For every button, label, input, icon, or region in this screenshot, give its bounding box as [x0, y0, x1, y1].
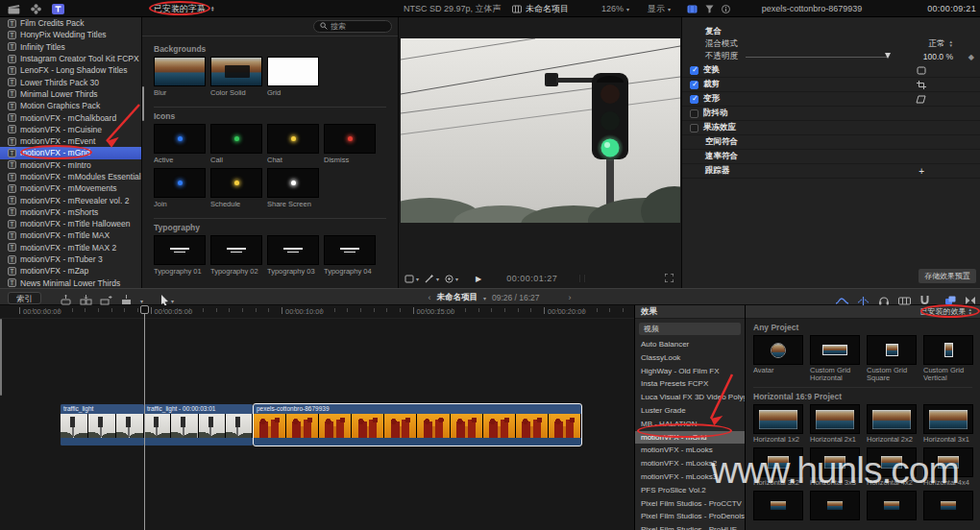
sidebar-item[interactable]: TMotion Graphics Pack	[0, 100, 141, 111]
sidebar-item[interactable]: TmotionVFX - mZap	[0, 265, 141, 277]
browser-item[interactable]: Grid	[267, 57, 319, 101]
effect-preset-item[interactable]	[753, 491, 803, 520]
effect-preset-item[interactable]: Horizontal 3x3	[810, 447, 860, 491]
sidebar-item[interactable]: THonyPix Wedding Titles	[0, 29, 141, 40]
effects-category-video[interactable]: 视频	[639, 323, 741, 335]
effects-list-item[interactable]: MB - HALATION	[635, 418, 745, 431]
effects-list-item[interactable]: motionVFX - mLooks3	[635, 470, 745, 484]
effect-preset-item[interactable]: Horizontal 2x1	[810, 404, 860, 447]
play-button[interactable]: ▶	[476, 275, 481, 283]
distort-icon[interactable]	[916, 95, 926, 104]
media-library-icon[interactable]	[4, 0, 23, 17]
effect-preset-thumbnail[interactable]	[810, 404, 860, 434]
viewer-display-menu[interactable]: 显示▾	[648, 0, 671, 17]
effect-preset-item[interactable]	[810, 491, 860, 520]
effect-preset-item[interactable]: Horizontal 3x2	[753, 447, 803, 491]
checkbox[interactable]	[690, 109, 698, 118]
browser-item[interactable]: Share Screen	[267, 168, 319, 212]
effect-preset-thumbnail[interactable]	[923, 491, 973, 520]
effects-list-item[interactable]: ClassyLook	[635, 351, 745, 365]
prev-project-arrow[interactable]: ‹	[428, 293, 430, 302]
browser-item[interactable]: Chat	[267, 124, 319, 168]
sidebar-item[interactable]: TmotionVFX - mIntro	[0, 159, 141, 171]
effect-preset-item[interactable]: Horizontal 4x4	[923, 447, 973, 491]
effect-preset-item[interactable]: Horizontal 2x2	[867, 404, 917, 447]
effects-list-item[interactable]: Insta Presets FCPX	[635, 377, 745, 391]
titles-generators-icon[interactable]	[48, 0, 67, 17]
sidebar-item[interactable]: TNews Minimal Lower Thirds	[0, 277, 141, 288]
checkbox[interactable]	[690, 66, 698, 75]
checkbox[interactable]	[690, 124, 698, 132]
timeline-clip[interactable]: traffic_light - 00:00:03:01	[144, 404, 253, 446]
timeline-clip[interactable]: pexels-cottonbro-8679939	[254, 404, 581, 446]
browser-item[interactable]: Typography 03	[267, 235, 319, 279]
browser-item-thumbnail[interactable]	[154, 124, 206, 154]
sidebar-item[interactable]: TmotionVFX - mTitle Halloween	[0, 218, 141, 229]
crop-icon[interactable]	[917, 81, 926, 89]
browser-item[interactable]: Dismiss	[324, 124, 376, 168]
playhead-line[interactable]	[144, 305, 145, 530]
browser-item[interactable]: Call	[210, 124, 262, 168]
transform-tool-dropdown[interactable]: ▾	[404, 275, 419, 283]
browser-item-thumbnail[interactable]	[267, 57, 319, 86]
effects-list-item[interactable]: HighWay - Old Film FX	[635, 365, 745, 378]
sidebar-item[interactable]: TInfinity Titles	[0, 41, 141, 53]
effects-list-item[interactable]: Pixel Film Studios - ProHUE	[635, 523, 745, 530]
effect-preset-thumbnail[interactable]	[810, 447, 860, 477]
effect-preset-item[interactable]: Horizontal 3x1	[923, 404, 973, 447]
browser-item-thumbnail[interactable]	[210, 57, 262, 86]
video-inspector-icon[interactable]	[684, 0, 699, 17]
timeline-scrollbar[interactable]	[0, 319, 2, 396]
timeline-ruler[interactable]: 00:00:00:0000:00:05:0000:00:10:0000:00:1…	[0, 305, 634, 319]
effect-preset-thumbnail[interactable]	[753, 447, 803, 477]
sidebar-scrollbar[interactable]	[142, 86, 144, 121]
browser-item[interactable]: Schedule	[210, 168, 262, 212]
timeline-clip[interactable]: traffic_light	[61, 404, 144, 446]
checkbox[interactable]	[690, 95, 698, 104]
browser-item-thumbnail[interactable]	[267, 235, 319, 265]
effect-preset-thumbnail[interactable]	[810, 491, 860, 520]
browser-item[interactable]: Active	[154, 124, 206, 168]
sidebar-item[interactable]: TmotionVFX - mMovements	[0, 182, 141, 194]
sidebar-item[interactable]: TmotionVFX - mRevealer vol. 2	[0, 194, 141, 205]
sidebar-item[interactable]: TInstagram Creator Tool Kit FCPX	[0, 53, 141, 64]
sidebar-item[interactable]: TmotionVFX - mEvent	[0, 135, 141, 147]
add-tracker-button[interactable]: +	[919, 166, 924, 177]
timeline-panel[interactable]: 00:00:00:0000:00:05:0000:00:10:0000:00:1…	[0, 305, 634, 530]
effects-filter-dropdown[interactable]: 已安装的效果 ▲▼	[746, 305, 980, 319]
sidebar-item[interactable]: TmotionVFX - mTitle MAX	[0, 229, 141, 241]
browser-item-thumbnail[interactable]	[154, 57, 206, 86]
playhead-handle[interactable]	[140, 305, 149, 314]
sidebar-item[interactable]: TLower Thirds Pack 30	[0, 76, 141, 87]
effect-preset-item[interactable]: Custom Grid Square	[867, 335, 917, 385]
expand-icon[interactable]	[665, 274, 674, 284]
info-inspector-icon[interactable]	[719, 0, 732, 17]
browser-item-thumbnail[interactable]	[210, 235, 262, 265]
effects-list-item[interactable]: motionVFX - mLooks2	[635, 457, 745, 470]
effect-preset-thumbnail[interactable]	[867, 335, 917, 365]
sidebar-item[interactable]: TmotionVFX - mTitle MAX 2	[0, 242, 141, 253]
effect-preset-thumbnail[interactable]	[753, 491, 803, 520]
effect-preset-item[interactable]: Avatar	[753, 335, 803, 385]
effect-preset-item[interactable]: Horizontal 1x2	[753, 404, 803, 447]
browser-item-thumbnail[interactable]	[154, 235, 206, 265]
effects-list-item[interactable]: Pixel Film Studios - ProDenoise	[635, 510, 745, 523]
effect-preset-thumbnail[interactable]	[867, 447, 917, 477]
browser-item[interactable]: Typography 01	[154, 235, 206, 279]
browser-item[interactable]: Typography 04	[324, 235, 376, 279]
timeline-project-name[interactable]: 未命名项目	[436, 292, 478, 303]
effect-preset-thumbnail[interactable]	[810, 335, 860, 365]
effects-list-item[interactable]: Luca Visual FX 3D Video Polyg...	[635, 391, 745, 404]
effect-preset-item[interactable]: Horizontal 4x2	[867, 447, 917, 491]
effects-list-item[interactable]: Luster Grade	[635, 404, 745, 418]
browser-item-thumbnail[interactable]	[267, 168, 319, 198]
browser-item-thumbnail[interactable]	[210, 168, 262, 198]
effect-preset-thumbnail[interactable]	[923, 447, 973, 477]
browser-item-thumbnail[interactable]	[154, 168, 206, 198]
effects-list-item[interactable]: motionVFX - mLooks	[635, 444, 745, 457]
sidebar-item[interactable]: TMinimal Lower Thirds	[0, 88, 141, 100]
browser-item[interactable]: Blur	[154, 57, 206, 101]
search-input[interactable]: 搜索	[313, 20, 392, 33]
viewer-zoom-menu[interactable]: 126%▾	[601, 0, 629, 17]
effects-tool-dropdown[interactable]: ▾	[425, 275, 439, 283]
